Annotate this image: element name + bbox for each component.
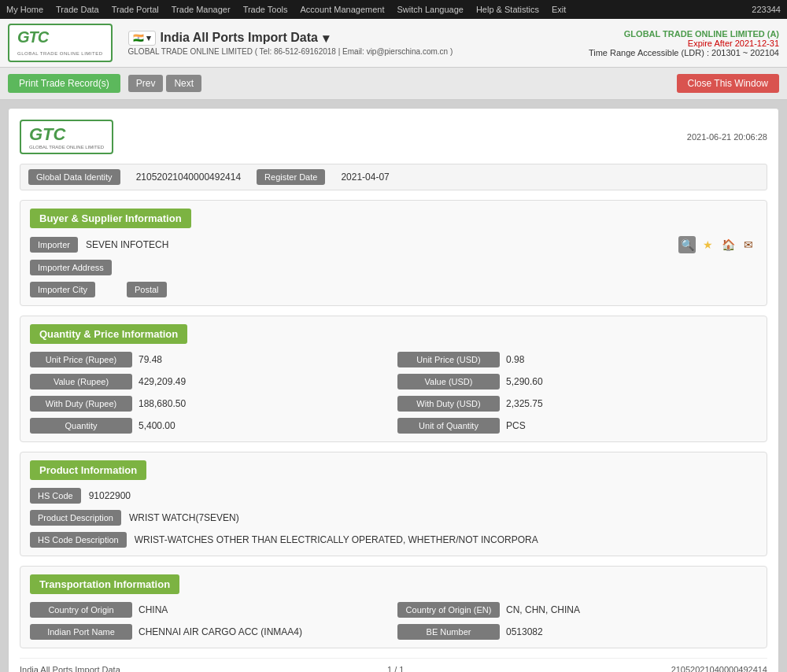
be-number-label: BE Number (397, 624, 500, 640)
footer-page-info: 1 / 1 (387, 665, 404, 672)
with-duty-usd-label: With Duty (USD) (397, 396, 500, 412)
card-datetime: 2021-06-21 20:06:28 (687, 132, 767, 142)
value-rupee-label: Value (Rupee) (30, 374, 132, 390)
importer-row: Importer SEVEN INFOTECH 🔍 ★ 🏠 ✉ (30, 236, 757, 253)
product-fields: HS Code 91022900 Product Description WRI… (30, 488, 757, 548)
identity-row: Global Data Identity 2105202104000049241… (20, 164, 767, 190)
close-button[interactable]: Close This Window (677, 74, 779, 93)
product-description-value: WRIST WATCH(7SEVEN) (129, 512, 239, 523)
quantity-price-fields: Unit Price (Rupee) 79.48 Unit Price (USD… (30, 352, 757, 434)
record-card: GTC GLOBAL TRADE ONLINE LIMITED 2021-06-… (8, 108, 779, 672)
logo-subtext: GLOBAL TRADE ONLINE LIMITED (17, 51, 103, 56)
nav-links: My Home Trade Data Trade Portal Trade Ma… (6, 5, 566, 14)
register-date-label: Register Date (257, 169, 325, 185)
country-of-origin-en-value: CN, CHN, CHINA (506, 604, 580, 615)
next-button[interactable]: Next (166, 75, 201, 92)
nav-trade-manager[interactable]: Trade Manager (172, 5, 231, 14)
be-number-pair: BE Number 0513082 (397, 624, 757, 640)
product-description-label: Product Description (30, 510, 121, 526)
hs-code-description-value: WRIST-WATCHES OTHER THAN ELECTRICALLY OP… (135, 534, 538, 545)
hs-code-description-label: HS Code Description (30, 532, 127, 548)
unit-of-quantity-pair: Unit of Quantity PCS (397, 418, 757, 434)
importer-address-row: Importer Address (30, 260, 757, 275)
prev-button[interactable]: Prev (128, 75, 164, 92)
top-toolbar: Print Trade Record(s) Prev Next Close Th… (0, 68, 787, 100)
header-center: 🇮🇳 ▾ India All Ports Import Data ▾ GLOBA… (120, 31, 581, 56)
header-subtitle: GLOBAL TRADE ONLINE LIMITED ( Tel: 86-51… (128, 47, 581, 56)
logo-text: GTC (17, 28, 48, 46)
with-duty-usd-value: 2,325.75 (506, 398, 543, 409)
global-data-identity-label: Global Data Identity (28, 169, 120, 185)
nav-trade-portal[interactable]: Trade Portal (112, 5, 159, 14)
country-of-origin-en-pair: Country of Origin (EN) CN, CHN, CHINA (397, 602, 757, 618)
hs-code-row: HS Code 91022900 (30, 488, 757, 504)
time-range: Time Range Accessible (LDR) : 201301 ~ 2… (589, 48, 779, 57)
page-title: India All Ports Import Data (161, 31, 318, 45)
buyer-supplier-fields: Importer SEVEN INFOTECH 🔍 ★ 🏠 ✉ Importer… (30, 236, 757, 297)
header-title: 🇮🇳 ▾ India All Ports Import Data ▾ (128, 31, 581, 46)
indian-port-name-label: Indian Port Name (30, 624, 132, 640)
quantity-price-header: Quantity & Price Information (30, 324, 187, 344)
nav-switch-language[interactable]: Switch Language (397, 5, 464, 14)
unit-price-usd-label: Unit Price (USD) (397, 352, 500, 367)
company-name: GLOBAL TRADE ONLINE LIMITED (A) (589, 29, 779, 39)
product-section: Product Information HS Code 91022900 Pro… (20, 452, 767, 556)
transportation-fields: Country of Origin CHINA Country of Origi… (30, 602, 757, 640)
importer-icons: 🔍 ★ 🏠 ✉ (678, 236, 757, 253)
card-logo: GTC GLOBAL TRADE ONLINE LIMITED (20, 120, 113, 154)
home-icon[interactable]: 🏠 (719, 236, 737, 253)
buyer-supplier-section: Buyer & Supplier Information Importer SE… (20, 200, 767, 306)
unit-price-rupee-pair: Unit Price (Rupee) 79.48 (30, 352, 390, 367)
nav-help-statistics[interactable]: Help & Statistics (476, 5, 539, 14)
postal-label: Postal (127, 282, 167, 297)
transportation-section: Transportation Information Country of Or… (20, 566, 767, 648)
flag-badge: 🇮🇳 ▾ (128, 31, 156, 46)
product-description-row: Product Description WRIST WATCH(7SEVEN) (30, 510, 757, 526)
value-usd-label: Value (USD) (397, 374, 500, 390)
quantity-row: Quantity 5,400.00 Unit of Quantity PCS (30, 418, 757, 434)
unit-price-usd-pair: Unit Price (USD) 0.98 (397, 352, 757, 367)
header-bar: GTC GLOBAL TRADE ONLINE LIMITED 🇮🇳 ▾ Ind… (0, 19, 787, 68)
nav-my-home[interactable]: My Home (6, 5, 43, 14)
product-header: Product Information (30, 460, 146, 480)
with-duty-rupee-label: With Duty (Rupee) (30, 396, 132, 412)
with-duty-rupee-pair: With Duty (Rupee) 188,680.50 (30, 396, 390, 412)
hs-code-description-row: HS Code Description WRIST-WATCHES OTHER … (30, 532, 757, 548)
pagination-buttons: Prev Next (128, 75, 201, 92)
nav-account-management[interactable]: Account Management (301, 5, 385, 14)
card-logo-subtext: GLOBAL TRADE ONLINE LIMITED (29, 145, 104, 150)
envelope-icon[interactable]: ✉ (740, 236, 757, 253)
importer-address-label: Importer Address (30, 260, 112, 275)
country-of-origin-pair: Country of Origin CHINA (30, 602, 390, 618)
value-usd-pair: Value (USD) 5,290.60 (397, 374, 757, 390)
country-row: Country of Origin CHINA Country of Origi… (30, 602, 757, 618)
nav-trade-tools[interactable]: Trade Tools (243, 5, 288, 14)
country-of-origin-en-label: Country of Origin (EN) (397, 602, 500, 618)
search-icon[interactable]: 🔍 (678, 236, 696, 253)
unit-price-usd-value: 0.98 (506, 354, 524, 365)
star-icon[interactable]: ★ (699, 236, 716, 253)
quantity-price-section: Quantity & Price Information Unit Price … (20, 316, 767, 442)
dropdown-icon[interactable]: ▾ (323, 31, 329, 46)
indian-port-name-value: CHENNAI AIR CARGO ACC (INMAA4) (139, 626, 302, 637)
value-usd-value: 5,290.60 (506, 376, 543, 387)
flag-emoji: 🇮🇳 (133, 33, 144, 43)
unit-of-quantity-value: PCS (506, 420, 526, 431)
quantity-value: 5,400.00 (139, 420, 176, 431)
card-footer: India All Ports Import Data 1 / 1 210520… (20, 658, 767, 672)
card-header: GTC GLOBAL TRADE ONLINE LIMITED 2021-06-… (20, 120, 767, 154)
with-duty-usd-pair: With Duty (USD) 2,325.75 (397, 396, 757, 412)
quantity-label: Quantity (30, 418, 132, 434)
value-rupee-pair: Value (Rupee) 429,209.49 (30, 374, 390, 390)
importer-value: SEVEN INFOTECH (86, 239, 168, 250)
quantity-pair: Quantity 5,400.00 (30, 418, 390, 434)
print-button[interactable]: Print Trade Record(s) (8, 74, 120, 93)
importer-city-label: Importer City (30, 282, 95, 297)
header-right: GLOBAL TRADE ONLINE LIMITED (A) Expire A… (589, 29, 779, 57)
logo-area: GTC GLOBAL TRADE ONLINE LIMITED (8, 24, 113, 62)
nav-trade-data[interactable]: Trade Data (56, 5, 99, 14)
unit-price-row: Unit Price (Rupee) 79.48 Unit Price (USD… (30, 352, 757, 367)
nav-exit[interactable]: Exit (552, 5, 566, 14)
importer-label: Importer (30, 237, 78, 253)
register-date-value: 2021-04-07 (341, 172, 389, 183)
